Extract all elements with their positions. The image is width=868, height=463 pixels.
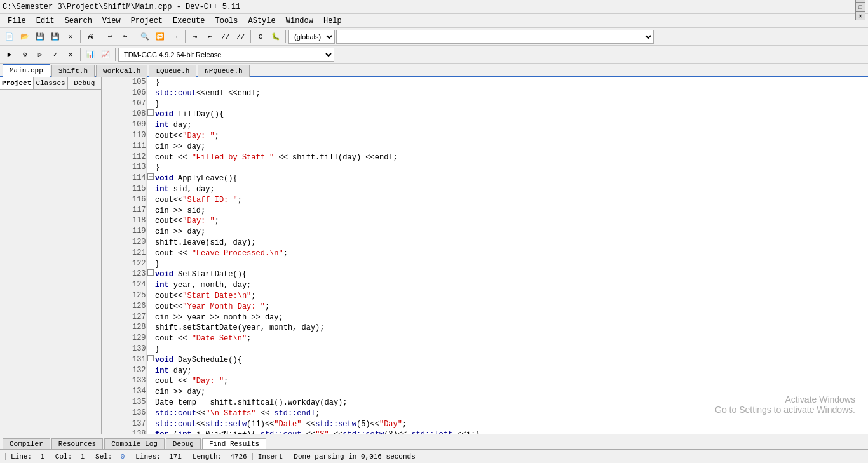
menu-help[interactable]: Help (318, 15, 347, 27)
profile-button[interactable]: 📈 (98, 48, 112, 62)
code-line[interactable]: cout << "Date Set\n"; (155, 333, 867, 344)
bottom-tab-debug[interactable]: Debug (166, 438, 201, 449)
close-file-button[interactable]: ✕ (64, 30, 78, 44)
menu-search[interactable]: Search (60, 15, 97, 27)
menu-edit[interactable]: Edit (31, 15, 60, 27)
code-line[interactable]: std::cout<<endl <<endl; (155, 88, 867, 99)
menu-file[interactable]: File (3, 15, 31, 27)
code-scroll[interactable]: 105 }106 std::cout<<endl <<endl;107 }108… (102, 77, 868, 434)
fold-marker[interactable]: − (146, 355, 155, 366)
menu-astyle[interactable]: AStyle (243, 15, 281, 27)
find-button[interactable]: 🔍 (138, 30, 152, 44)
goto-button[interactable]: → (168, 30, 182, 44)
menu-project[interactable]: Project (126, 15, 168, 27)
close-button[interactable]: ✕ (855, 11, 865, 20)
code-line[interactable]: int day; (155, 120, 867, 131)
untoggle-comment-button[interactable]: // (234, 30, 248, 44)
code-line[interactable]: cout << "Filled by Staff " << shift.fill… (155, 152, 867, 163)
bottom-tab-compiler[interactable]: Compiler (3, 438, 50, 449)
code-line[interactable]: cout << "Day: "; (155, 376, 867, 387)
code-line[interactable]: } (155, 77, 867, 88)
code-line[interactable]: void SetStartDate(){ (155, 269, 867, 280)
check-button[interactable]: ✓ (48, 48, 62, 62)
menu-window[interactable]: Window (281, 15, 318, 27)
code-line[interactable]: cout<<"Year Month Day: "; (155, 302, 867, 312)
save-all-button[interactable]: 💾 (48, 30, 62, 44)
fold-marker (146, 302, 155, 312)
code-line[interactable]: cin >> day; (155, 387, 867, 398)
code-line[interactable]: cin >> year >> month >> day; (155, 312, 867, 323)
code-line[interactable]: int year, month, day; (155, 280, 867, 291)
fold-marker (146, 419, 155, 430)
print-button[interactable]: 🖨 (83, 30, 97, 44)
compiler-select[interactable]: TDM-GCC 4.9.2 64-bit Release (118, 48, 334, 62)
fold-marker[interactable]: − (146, 173, 155, 184)
debug-button[interactable]: 🐛 (269, 30, 283, 44)
bottom-tab-find-results[interactable]: Find Results (202, 438, 266, 449)
menu-execute[interactable]: Execute (168, 15, 210, 27)
code-line[interactable]: void FillDay(){ (155, 109, 867, 120)
code-line[interactable]: int sid, day; (155, 184, 867, 195)
compile-run-button[interactable]: ▶ (3, 48, 17, 62)
code-line[interactable]: cout<<"Staff ID: "; (155, 195, 867, 206)
code-line[interactable]: cin >> day; (155, 227, 867, 238)
line-number: 124 (102, 280, 146, 291)
indent-button[interactable]: ⇥ (188, 30, 202, 44)
code-line[interactable]: for (int i=0;i<N;i++){ std::cout <<"S" <… (155, 429, 867, 434)
code-line[interactable]: cin >> day; (155, 142, 867, 152)
code-line[interactable]: } (155, 163, 867, 173)
fold-marker (146, 142, 155, 152)
tab-workcalh[interactable]: WorkCal.h (96, 65, 147, 77)
bottom-tab-resources[interactable]: Resources (51, 438, 103, 449)
bottom-tab-compile-log[interactable]: Compile Log (104, 438, 165, 449)
globals-dropdown[interactable]: (globals) (288, 30, 335, 44)
code-line[interactable]: shift.setStartDate(year, month, day); (155, 323, 867, 333)
line-number: 107 (102, 99, 146, 110)
code-line[interactable]: cout<<"Day: "; (155, 216, 867, 227)
tab-npqueueh[interactable]: NPQueue.h (198, 65, 249, 77)
table-row: 132 int day; (102, 366, 868, 377)
code-line[interactable]: } (155, 344, 867, 355)
code-line[interactable]: int day; (155, 366, 867, 377)
line-number: 132 (102, 366, 146, 377)
table-row: 127 cin >> year >> month >> day; (102, 312, 868, 323)
code-line[interactable]: } (155, 99, 867, 110)
code-line[interactable]: std::cout<<"\n Staffs" << std::endl; (155, 408, 867, 419)
table-row: 137 std::cout<<std::setw(11)<<"Date" <<s… (102, 419, 868, 430)
code-line[interactable]: void ApplyLeave(){ (155, 173, 867, 184)
undo-button[interactable]: ↩ (103, 30, 117, 44)
open-button[interactable]: 📂 (18, 30, 32, 44)
sidebar-tab-classes[interactable]: Classes (34, 77, 67, 89)
compile-button[interactable]: ⚙ (18, 48, 32, 62)
replace-button[interactable]: 🔁 (153, 30, 167, 44)
run-button[interactable]: ▷ (33, 48, 47, 62)
restore-button[interactable]: ❐ (855, 3, 865, 11)
menu-view[interactable]: View (97, 15, 126, 27)
code-line[interactable]: std::cout<<std::setw(11)<<"Date" <<std::… (155, 419, 867, 430)
code-line[interactable]: void DaySchedule(){ (155, 355, 867, 366)
new-button[interactable]: 📄 (3, 30, 17, 44)
save-button[interactable]: 💾 (33, 30, 47, 44)
code-line[interactable]: cin >> sid; (155, 206, 867, 217)
menu-tools[interactable]: Tools (210, 15, 243, 27)
code-line[interactable]: cout << "Leave Processed.\n"; (155, 248, 867, 259)
code-line[interactable]: Date temp = shift.shiftcal().workday(day… (155, 398, 867, 408)
unindent-button[interactable]: ⇤ (203, 30, 217, 44)
tab-shifth[interactable]: Shift.h (51, 65, 95, 77)
code-line[interactable]: cout<<"Day: "; (155, 131, 867, 142)
code-line[interactable]: } (155, 259, 867, 270)
code-line[interactable]: shift.leave(sid, day); (155, 238, 867, 248)
redo-button[interactable]: ↪ (118, 30, 132, 44)
sidebar-tab-debug[interactable]: Debug (68, 77, 101, 89)
toggle-comment-button[interactable]: // (219, 30, 233, 44)
sidebar-tab-project[interactable]: Project (0, 77, 34, 89)
class-button[interactable]: C (254, 30, 268, 44)
tab-lqueueh[interactable]: LQueue.h (149, 65, 196, 77)
code-line[interactable]: cout<<"Start Date:\n"; (155, 291, 867, 302)
stop-button[interactable]: ✕ (64, 48, 78, 62)
tab-maincpp[interactable]: Main.cpp (3, 64, 50, 77)
chart-button[interactable]: 📊 (83, 48, 97, 62)
symbol-dropdown[interactable] (336, 30, 654, 44)
fold-marker[interactable]: − (146, 109, 155, 120)
fold-marker[interactable]: − (146, 269, 155, 280)
